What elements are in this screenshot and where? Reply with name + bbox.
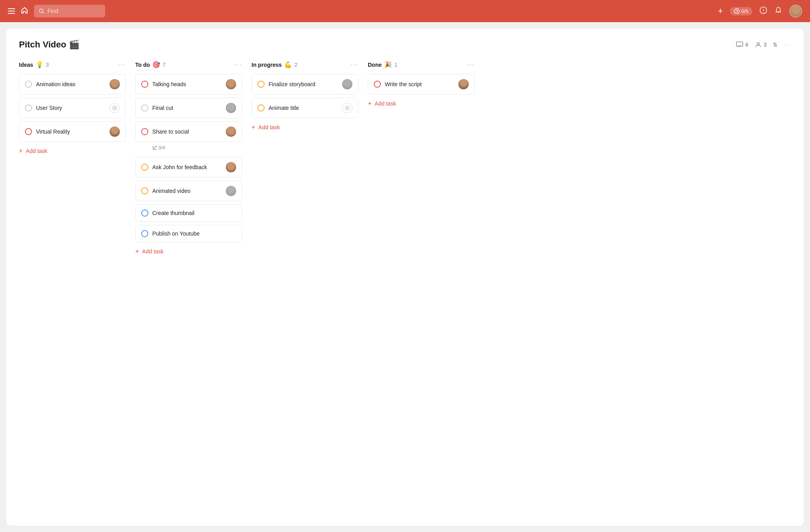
task-card-finalize-storyboard[interactable]: Finalize storyboard — [252, 74, 358, 94]
add-task-label-ideas: Add task — [26, 148, 47, 154]
progress-badge[interactable]: 0/5 — [730, 7, 752, 15]
task-card-ask-john[interactable]: Ask John for feedback — [135, 157, 242, 177]
task-left: Virtual Reality — [25, 128, 70, 135]
column-title-group-todo: To do 🎯 7 — [135, 61, 166, 68]
column-emoji-done: 🎉 — [384, 61, 392, 68]
column-count-todo: 7 — [163, 62, 166, 68]
task-circle — [141, 164, 148, 171]
task-card-publish-youtube[interactable]: Publish on Youtube — [135, 225, 242, 242]
task-avatar-add — [110, 103, 120, 113]
task-title-animation-ideas: Animation ideas — [36, 81, 76, 87]
task-avatar — [226, 186, 236, 196]
task-circle-empty — [25, 104, 32, 111]
task-avatar — [226, 79, 236, 89]
svg-rect-1 — [8, 11, 15, 11]
members-action[interactable]: 3 — [755, 42, 767, 48]
home-icon[interactable] — [21, 6, 28, 16]
task-circle — [374, 81, 381, 88]
user-avatar[interactable] — [789, 5, 802, 17]
task-left: Publish on Youtube — [141, 230, 200, 237]
board: Ideas 💡 3 ··· Animation ideas — [19, 61, 791, 257]
column-emoji-ideas: 💡 — [36, 61, 44, 68]
plus-icon[interactable]: + — [718, 6, 723, 16]
task-title-animated-video: Animated video — [152, 188, 191, 194]
comments-action[interactable]: 4 — [736, 42, 748, 48]
task-title-virtual-reality: Virtual Reality — [36, 128, 70, 135]
sort-action[interactable]: ⇅ — [773, 42, 778, 48]
column-title-done: Done — [368, 62, 382, 68]
add-task-plus: + — [19, 147, 23, 155]
task-card-animated-video[interactable]: Animated video — [135, 181, 242, 201]
task-left: Talking heads — [141, 81, 186, 88]
column-title-group-ideas: Ideas 💡 3 — [19, 61, 49, 68]
column-menu-in-progress[interactable]: ··· — [351, 61, 358, 68]
task-left: User Story — [25, 104, 62, 111]
page-title: Pitch Video 🎬 — [19, 40, 79, 50]
subtask-count: 0/4 — [159, 145, 165, 151]
add-task-todo[interactable]: + Add task — [135, 245, 242, 257]
search-bar[interactable]: Find — [34, 5, 105, 17]
column-header-in-progress: In progress 💪 2 ··· — [252, 61, 358, 68]
app-container: Find + 0/5 ? — [0, 0, 810, 532]
task-title-create-thumbnail: Create thumbnail — [152, 210, 195, 216]
svg-rect-2 — [8, 13, 15, 14]
task-card-user-story[interactable]: User Story — [19, 98, 126, 118]
task-card-share-social: Share to social 0/4 — [135, 121, 242, 154]
task-title-share-social: Share to social — [152, 128, 189, 135]
progress-text: 0/5 — [741, 8, 748, 14]
task-title-user-story: User Story — [36, 105, 62, 111]
svg-rect-0 — [8, 8, 15, 9]
task-circle-red — [25, 128, 32, 135]
task-card-animate-title[interactable]: Animate title — [252, 98, 358, 118]
column-menu-todo[interactable]: ··· — [235, 61, 242, 68]
add-task-ideas[interactable]: + Add task — [19, 145, 126, 157]
task-card-final-cut[interactable]: Final cut — [135, 98, 242, 118]
task-avatar — [342, 79, 352, 89]
task-circle — [141, 230, 148, 237]
add-task-label-done: Add task — [375, 100, 396, 107]
column-title-in-progress: In progress — [252, 62, 282, 68]
task-card-talking-heads[interactable]: Talking heads — [135, 74, 242, 94]
column-menu-done[interactable]: ··· — [467, 61, 475, 68]
task-left: Animated video — [141, 187, 191, 194]
task-avatar — [226, 126, 236, 137]
task-title-publish-youtube: Publish on Youtube — [152, 230, 200, 237]
header-actions: 4 3 ⇅ ··· — [736, 42, 791, 48]
task-card-animation-ideas[interactable]: Animation ideas — [19, 74, 126, 94]
search-placeholder: Find — [47, 8, 58, 14]
subtask-row: 0/4 — [135, 142, 242, 154]
svg-point-9 — [757, 43, 759, 45]
task-card-write-script[interactable]: Write the script — [368, 74, 475, 94]
add-task-plus: + — [368, 100, 371, 107]
add-task-plus: + — [252, 124, 255, 131]
add-task-in-progress[interactable]: + Add task — [252, 121, 358, 133]
add-task-plus: + — [135, 248, 139, 255]
help-icon[interactable]: ? — [759, 6, 767, 16]
column-title-todo: To do — [135, 62, 150, 68]
column-ideas: Ideas 💡 3 ··· Animation ideas — [19, 61, 126, 157]
svg-line-4 — [43, 12, 44, 14]
task-card-virtual-reality[interactable]: Virtual Reality — [19, 121, 126, 142]
sort-icon: ⇅ — [773, 42, 778, 48]
task-left: Create thumbnail — [141, 209, 195, 217]
task-avatar-vr — [110, 126, 120, 137]
task-title-finalize-storyboard: Finalize storyboard — [269, 81, 315, 87]
more-action[interactable]: ··· — [784, 42, 791, 48]
column-menu-ideas[interactable]: ··· — [118, 61, 126, 68]
column-title-group-in-progress: In progress 💪 2 — [252, 61, 297, 68]
add-task-done[interactable]: + Add task — [368, 98, 475, 109]
more-icon: ··· — [784, 42, 791, 48]
task-card-main-share[interactable]: Share to social — [135, 121, 242, 142]
column-title-group-done: Done 🎉 1 — [368, 61, 397, 68]
task-circle — [141, 187, 148, 194]
hamburger-icon[interactable] — [8, 8, 15, 14]
svg-text:?: ? — [762, 8, 764, 13]
task-left: Write the script — [374, 81, 422, 88]
column-count-ideas: 3 — [46, 62, 49, 68]
task-circle — [141, 209, 148, 217]
nav-right: + 0/5 ? — [718, 5, 802, 17]
bell-icon[interactable] — [774, 6, 782, 16]
task-circle — [141, 128, 148, 135]
task-avatar-add — [342, 103, 352, 113]
task-card-create-thumbnail[interactable]: Create thumbnail — [135, 204, 242, 222]
